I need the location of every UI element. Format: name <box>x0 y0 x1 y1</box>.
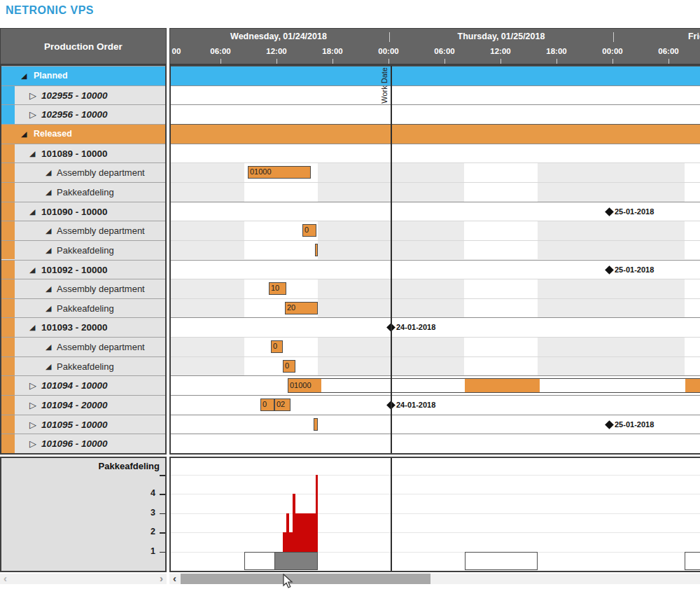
hour-label: 00:00 <box>602 47 622 55</box>
due-date-marker <box>605 420 614 429</box>
gantt-row <box>171 85 700 105</box>
scroll-left-icon[interactable]: ‹ <box>4 574 7 584</box>
table-row[interactable]: ◢Pakkeafdeling <box>1 298 165 318</box>
chart-horizontal-scrollbar[interactable]: ‹ <box>169 574 700 584</box>
operation-bar[interactable] <box>315 244 318 256</box>
histogram-axis-panel: Pakkeafdeling 4321 <box>0 457 167 572</box>
table-row[interactable]: ▷101096 - 10000 <box>1 434 165 453</box>
gantt-row: 10 <box>171 279 700 298</box>
collapse-icon[interactable]: ◢ <box>29 202 35 222</box>
row-label: Assembly department <box>57 163 145 183</box>
table-row[interactable]: ▷101095 - 10000 <box>1 415 165 434</box>
operation-bar[interactable]: 10 <box>269 282 286 295</box>
row-label: Assembly department <box>57 279 145 299</box>
gantt-row: 24-01-2018 <box>171 317 700 337</box>
operation-bar[interactable]: 0 <box>271 340 283 353</box>
hour-label: 06:00 <box>658 47 678 55</box>
operation-bar[interactable]: 0 <box>283 360 295 373</box>
table-row[interactable]: ▷101094 - 20000 <box>1 395 165 415</box>
row-label: 101093 - 20000 <box>41 318 108 338</box>
collapse-icon[interactable]: ◢ <box>21 125 27 144</box>
due-date-label: 25-01-2018 <box>615 265 654 274</box>
collapse-icon[interactable]: ◢ <box>21 67 27 86</box>
scroll-left-icon[interactable]: ‹ <box>173 574 176 584</box>
histogram-gridline <box>171 475 700 476</box>
collapse-icon[interactable]: ◢ <box>29 318 35 338</box>
operation-bar-outline[interactable]: 01000 <box>288 378 700 393</box>
group-color-stripe <box>1 415 15 434</box>
table-row[interactable]: ◢Released <box>1 124 165 144</box>
y-axis-tick <box>160 552 165 553</box>
collapse-icon[interactable]: ◢ <box>46 183 51 202</box>
collapse-icon[interactable]: ◢ <box>46 299 51 319</box>
table-row[interactable]: ▷101094 - 10000 <box>1 375 165 395</box>
collapse-icon[interactable]: ◢ <box>46 357 51 377</box>
gantt-row <box>171 66 700 85</box>
row-label: Pakkeafdeling <box>57 299 114 319</box>
table-row[interactable]: ◢Assembly department <box>1 337 165 356</box>
collapse-icon[interactable]: ◢ <box>46 221 51 241</box>
working-time-window <box>685 163 700 182</box>
expand-icon[interactable]: ▷ <box>29 86 36 106</box>
work-date-label: Work Date <box>380 67 388 104</box>
working-time-window <box>685 183 700 202</box>
operation-bar[interactable]: 0 <box>260 399 274 411</box>
operation-bar[interactable]: 0 <box>302 224 316 237</box>
operation-bar[interactable]: 20 <box>285 302 318 314</box>
operation-bar[interactable] <box>314 418 318 431</box>
collapse-icon[interactable]: ◢ <box>46 163 51 183</box>
table-row[interactable]: ◢Planned <box>1 66 165 85</box>
group-color-stripe <box>1 144 15 163</box>
hour-tick <box>388 59 389 64</box>
row-label: 102955 - 10000 <box>41 86 108 106</box>
table-row[interactable]: ◢Assembly department <box>1 279 165 298</box>
due-date-label: 25-01-2018 <box>615 207 654 216</box>
y-axis-label: 4 <box>150 488 155 498</box>
due-date-marker <box>605 207 614 216</box>
operation-bar[interactable]: 01000 <box>248 166 311 179</box>
overload-bar <box>283 532 295 551</box>
operation-bar[interactable]: 02 <box>274 399 290 411</box>
capacity-box <box>685 552 700 571</box>
capacity-box <box>465 552 538 571</box>
table-horizontal-scrollbar[interactable]: ‹ › <box>0 574 167 584</box>
expand-icon[interactable]: ▷ <box>29 434 36 454</box>
working-time-window <box>464 163 538 182</box>
table-row[interactable]: ▷102955 - 10000 <box>1 85 165 105</box>
collapse-icon[interactable]: ◢ <box>46 279 51 299</box>
group-color-stripe <box>1 279 15 298</box>
scrollbar-thumb[interactable] <box>181 574 430 584</box>
table-row[interactable]: ◢Pakkeafdeling <box>1 356 165 376</box>
table-row[interactable]: ◢101090 - 10000 <box>1 202 165 221</box>
gantt-row <box>171 124 700 144</box>
table-row[interactable]: ◢Assembly department <box>1 162 165 182</box>
collapse-icon[interactable]: ◢ <box>46 241 51 261</box>
collapse-icon[interactable]: ◢ <box>29 261 35 280</box>
hour-tick <box>444 59 445 64</box>
load-box <box>274 552 318 571</box>
scroll-right-icon[interactable]: › <box>160 574 163 584</box>
expand-icon[interactable]: ▷ <box>29 396 36 415</box>
gantt-row: 25-01-2018 <box>171 260 700 279</box>
y-axis-label: 3 <box>150 508 155 518</box>
table-row[interactable]: ◢Pakkeafdeling <box>1 182 165 202</box>
table-row[interactable]: ◢Assembly department <box>1 221 165 240</box>
working-time-window <box>685 338 700 356</box>
table-row[interactable]: ◢Pakkeafdeling <box>1 240 165 260</box>
table-row[interactable]: ◢101093 - 20000 <box>1 317 165 337</box>
row-label: 101096 - 10000 <box>41 434 108 454</box>
histogram-title: Pakkeafdeling <box>99 461 160 471</box>
collapse-icon[interactable]: ◢ <box>46 338 51 357</box>
table-row[interactable]: ▷102956 - 10000 <box>1 104 165 124</box>
expand-icon[interactable]: ▷ <box>29 376 36 396</box>
hour-label: 00:00 <box>378 47 398 55</box>
table-row[interactable]: ◢101092 - 10000 <box>1 260 165 279</box>
group-color-stripe <box>1 241 15 260</box>
expand-icon[interactable]: ▷ <box>29 415 36 435</box>
table-row[interactable]: ◢101089 - 10000 <box>1 144 165 163</box>
expand-icon[interactable]: ▷ <box>29 105 36 125</box>
day-label: Wednesday, 01/24/2018 <box>230 32 327 41</box>
collapse-icon[interactable]: ◢ <box>29 144 35 164</box>
app-title: NETRONIC VPS <box>6 4 94 17</box>
working-time-window <box>685 221 700 240</box>
